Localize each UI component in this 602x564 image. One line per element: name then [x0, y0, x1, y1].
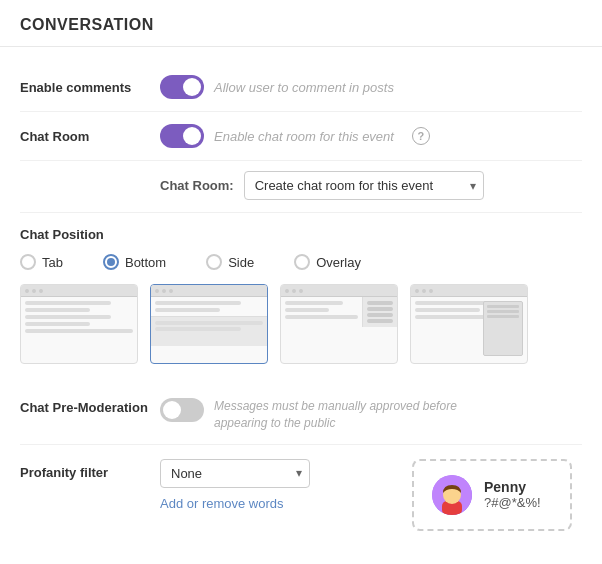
pre-moderation-description: Messages must be manually approved befor… [214, 398, 494, 432]
preview-line [415, 308, 480, 312]
preview-line [25, 329, 133, 333]
position-bottom-radio [103, 254, 119, 270]
preview-line [155, 301, 241, 305]
chat-room-label: Chat Room [20, 129, 160, 144]
chat-room-select-wrapper: Create chat room for this event Use exis… [244, 171, 484, 200]
preview-sidebar-line [367, 319, 393, 323]
preview-dot [422, 289, 426, 293]
preview-sidebar-line [367, 307, 393, 311]
preview-header-overlay [411, 285, 527, 297]
profanity-filter-label: Profanity filter [20, 459, 160, 480]
position-overlay-radio [294, 254, 310, 270]
enable-comments-toggle[interactable] [160, 75, 204, 99]
preview-main-side [281, 297, 362, 327]
chat-room-toggle[interactable] [160, 124, 204, 148]
penny-preview: Penny ?#@*&%! [412, 459, 572, 531]
preview-sidebar [362, 297, 397, 327]
preview-header-bottom [151, 285, 267, 297]
penny-name: Penny [484, 479, 541, 495]
preview-line [25, 308, 90, 312]
layout-previews [20, 284, 582, 364]
chat-position-title: Chat Position [20, 227, 582, 242]
preview-dot [415, 289, 419, 293]
chat-position-options: Tab Bottom Side Overlay [20, 254, 582, 270]
overlay-panel [483, 301, 523, 356]
position-side-radio [206, 254, 222, 270]
position-overlay-option[interactable]: Overlay [294, 254, 361, 270]
pre-moderation-row: Chat Pre-Moderation Messages must be man… [20, 386, 582, 445]
preview-body-bottom [151, 297, 267, 346]
enable-comments-description: Allow user to comment in posts [214, 80, 394, 95]
add-words-link[interactable]: Add or remove words [160, 496, 310, 511]
layout-preview-side[interactable] [280, 284, 398, 364]
profanity-filter-control: None Low Medium High ▾ Add or remove wor… [160, 459, 310, 511]
pre-moderation-label: Chat Pre-Moderation [20, 398, 160, 415]
preview-sidebar-line [367, 301, 393, 305]
position-tab-radio [20, 254, 36, 270]
preview-line [25, 315, 111, 319]
enable-comments-control: Allow user to comment in posts [160, 75, 582, 99]
preview-line [155, 321, 263, 325]
preview-line [25, 322, 90, 326]
chat-position-section: Chat Position Tab Bottom Side Overlay [20, 213, 582, 386]
section-title: CONVERSATION [0, 0, 602, 47]
preview-bottom-panel [151, 316, 267, 346]
position-overlay-label: Overlay [316, 255, 361, 270]
layout-preview-bottom[interactable] [150, 284, 268, 364]
preview-sidebar-line [367, 313, 393, 317]
preview-line [285, 301, 343, 305]
penny-censored-text: ?#@*&%! [484, 495, 541, 510]
preview-body-overlay [411, 297, 527, 323]
profanity-filter-row: Profanity filter None Low Medium High ▾ … [20, 445, 582, 545]
preview-dot [429, 289, 433, 293]
preview-dot [162, 289, 166, 293]
chat-room-sub-label: Chat Room: [160, 178, 234, 193]
layout-preview-tab[interactable] [20, 284, 138, 364]
pre-moderation-toggle[interactable] [160, 398, 204, 422]
preview-dot [169, 289, 173, 293]
overlay-line [487, 310, 519, 313]
position-side-option[interactable]: Side [206, 254, 254, 270]
profanity-select-wrapper: None Low Medium High ▾ [160, 459, 310, 488]
preview-dot [299, 289, 303, 293]
pre-moderation-slider [160, 398, 204, 422]
preview-line [25, 301, 111, 305]
preview-body-tab [21, 297, 137, 337]
preview-header-tab [21, 285, 137, 297]
preview-dot [32, 289, 36, 293]
penny-avatar [432, 475, 472, 515]
preview-dot [39, 289, 43, 293]
position-tab-option[interactable]: Tab [20, 254, 63, 270]
overlay-line [487, 315, 519, 318]
preview-main [21, 297, 137, 337]
enable-comments-row: Enable comments Allow user to comment in… [20, 63, 582, 112]
chat-room-row: Chat Room Enable chat room for this even… [20, 112, 582, 161]
preview-header-side [281, 285, 397, 297]
preview-line [155, 327, 241, 331]
position-bottom-label: Bottom [125, 255, 166, 270]
chat-room-dropdown[interactable]: Create chat room for this event Use exis… [244, 171, 484, 200]
preview-dot [25, 289, 29, 293]
layout-preview-overlay[interactable] [410, 284, 528, 364]
preview-line [285, 315, 358, 319]
penny-info: Penny ?#@*&%! [484, 479, 541, 510]
chat-room-help-icon[interactable]: ? [412, 127, 430, 145]
preview-dot [285, 289, 289, 293]
pre-moderation-control: Messages must be manually approved befor… [160, 398, 494, 432]
preview-dot [292, 289, 296, 293]
profanity-filter-dropdown[interactable]: None Low Medium High [160, 459, 310, 488]
preview-dot [155, 289, 159, 293]
chat-room-sub-row: Chat Room: Create chat room for this eve… [20, 161, 582, 213]
overlay-line [487, 305, 519, 308]
preview-line [155, 308, 220, 312]
preview-main-bottom [151, 297, 267, 316]
preview-body-side [281, 297, 397, 327]
penny-avatar-svg [432, 475, 472, 515]
position-bottom-option[interactable]: Bottom [103, 254, 166, 270]
position-side-label: Side [228, 255, 254, 270]
preview-line [285, 308, 329, 312]
enable-comments-label: Enable comments [20, 80, 160, 95]
position-tab-label: Tab [42, 255, 63, 270]
chat-room-slider [160, 124, 204, 148]
chat-room-control: Enable chat room for this event ? [160, 124, 582, 148]
